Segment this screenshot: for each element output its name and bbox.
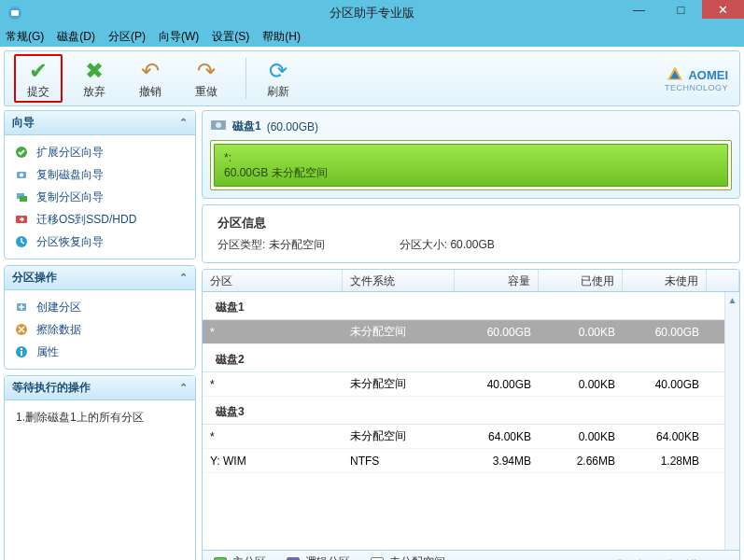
info-size-value: 60.00GB <box>450 238 494 251</box>
sidebar-item-copy-disk[interactable]: 复制磁盘向导 <box>8 163 191 186</box>
pending-operation-text: 1.删除磁盘1上的所有分区 <box>5 400 195 435</box>
sidebar-item-label: 复制磁盘向导 <box>36 167 104 183</box>
redo-label: 重做 <box>195 84 218 100</box>
sidebar-item-label: 分区恢复向导 <box>36 234 104 250</box>
disk-segment-unallocated[interactable]: *: 60.00GB 未分配空间 <box>214 144 728 187</box>
cell-filesystem: 未分配空间 <box>343 376 455 392</box>
cell-capacity: 60.00GB <box>455 326 539 339</box>
sidebar-item-extend-partition[interactable]: 扩展分区向导 <box>8 141 191 163</box>
sidebar-item-label: 属性 <box>36 344 59 360</box>
col-used[interactable]: 已使用 <box>539 270 623 291</box>
wipe-icon <box>14 322 29 337</box>
pending-panel: 等待执行的操作 ⌃ 1.删除磁盘1上的所有分区 <box>4 375 196 560</box>
ops-panel-title: 分区操作 <box>12 270 57 286</box>
sidebar-item-create-partition[interactable]: 创建分区 <box>8 296 191 318</box>
wizard-panel-header[interactable]: 向导 ⌃ <box>5 111 195 135</box>
discard-button[interactable]: ✖ 放弃 <box>70 54 119 103</box>
redo-icon: ↷ <box>197 58 216 84</box>
col-capacity[interactable]: 容量 <box>455 270 539 291</box>
menu-wizard[interactable]: 向导(W) <box>159 29 199 45</box>
menu-help[interactable]: 帮助(H) <box>262 29 301 45</box>
svg-point-6 <box>20 174 23 177</box>
table-row[interactable]: *未分配空间40.00GB0.00KB40.00GB <box>203 372 739 397</box>
recover-icon <box>14 234 29 249</box>
check-icon: ✔ <box>29 58 48 84</box>
legend-bar: 主分区 逻辑分区 未分配空间 jiaocheng.chazidian.com <box>203 550 739 560</box>
legend-logical-label: 逻辑分区 <box>305 554 350 560</box>
legend-unallocated: 未分配空间 <box>371 554 445 560</box>
content-area: 磁盘1 (60.00GB) *: 60.00GB 未分配空间 分区信息 分区类型… <box>202 110 740 560</box>
create-icon <box>14 300 29 315</box>
refresh-button[interactable]: ⟳ 刷新 <box>254 54 302 103</box>
svg-rect-1 <box>11 10 19 16</box>
table-row[interactable]: Y: WIMNTFS3.94MB2.66MB1.28MB <box>203 449 739 473</box>
cell-capacity: 3.94MB <box>455 455 539 468</box>
minimize-button[interactable]: — <box>618 0 660 19</box>
sidebar-item-copy-partition[interactable]: 复制分区向导 <box>8 186 191 208</box>
menubar: 常规(G) 磁盘(D) 分区(P) 向导(W) 设置(S) 帮助(H) <box>0 26 744 47</box>
grid-disk-group[interactable]: 磁盘1 <box>203 292 739 320</box>
cell-used: 2.66MB <box>539 455 623 468</box>
disk-bar[interactable]: *: 60.00GB 未分配空间 <box>210 140 732 190</box>
redo-button[interactable]: ↷ 重做 <box>182 54 231 103</box>
col-partition[interactable]: 分区 <box>203 270 343 291</box>
col-filesystem[interactable]: 文件系统 <box>343 270 455 291</box>
menu-partition[interactable]: 分区(P) <box>108 29 146 45</box>
grid-body[interactable]: 磁盘1*未分配空间60.00GB0.00KB60.00GB磁盘2*未分配空间40… <box>203 292 739 550</box>
menu-general[interactable]: 常规(G) <box>6 29 44 45</box>
grid-header: 分区 文件系统 容量 已使用 未使用 <box>203 270 739 292</box>
cell-partition: * <box>203 430 343 443</box>
grid-disk-group[interactable]: 磁盘2 <box>203 344 739 372</box>
disk-drive-icon <box>210 119 227 134</box>
cell-capacity: 64.00KB <box>455 430 539 443</box>
cell-filesystem: 未分配空间 <box>343 324 455 340</box>
sidebar-item-recover-partition[interactable]: 分区恢复向导 <box>8 231 191 253</box>
sidebar-item-properties[interactable]: 属性 <box>8 341 191 363</box>
svg-rect-8 <box>20 196 27 202</box>
titlebar: 分区助手专业版 — □ ✕ <box>0 0 744 26</box>
migrate-icon <box>14 212 29 227</box>
extend-icon <box>14 145 29 160</box>
ops-panel-header[interactable]: 分区操作 ⌃ <box>5 266 195 290</box>
segment-desc: 60.00GB 未分配空间 <box>224 165 718 180</box>
chevron-up-icon: ⌃ <box>179 117 188 129</box>
disk-name: 磁盘1 <box>232 119 261 134</box>
svg-rect-14 <box>21 351 22 356</box>
table-row[interactable]: *未分配空间60.00GB0.00KB60.00GB <box>203 320 739 344</box>
cell-filesystem: 未分配空间 <box>343 428 455 444</box>
close-button[interactable]: ✕ <box>702 0 744 19</box>
scrollbar[interactable]: ▲ <box>724 292 739 550</box>
partition-info-panel: 分区信息 分区类型: 未分配空间 分区大小: 60.00GB <box>202 204 740 263</box>
cell-free: 40.00GB <box>623 378 707 391</box>
sidebar-item-label: 扩展分区向导 <box>36 145 104 161</box>
sidebar-item-migrate-os[interactable]: 迁移OS到SSD/HDD <box>8 208 191 231</box>
cell-partition: * <box>203 326 343 339</box>
logo-sub: TECHNOLOGY <box>665 84 728 92</box>
menu-disk[interactable]: 磁盘(D) <box>57 29 95 45</box>
cell-capacity: 40.00GB <box>455 378 539 391</box>
menu-settings[interactable]: 设置(S) <box>212 29 249 45</box>
logo-name: AOMEI <box>688 68 728 80</box>
maximize-button[interactable]: □ <box>660 0 702 19</box>
sidebar-item-wipe-data[interactable]: 擦除数据 <box>8 318 191 341</box>
svg-point-17 <box>216 122 221 128</box>
pending-panel-header[interactable]: 等待执行的操作 ⌃ <box>5 376 195 400</box>
cell-used: 0.00KB <box>539 430 623 443</box>
disk-size: (60.00GB) <box>267 120 318 133</box>
undo-icon: ↶ <box>141 58 160 84</box>
scroll-up-icon[interactable]: ▲ <box>725 292 739 307</box>
table-row[interactable]: *未分配空间64.00KB0.00KB64.00KB <box>203 425 739 449</box>
grid-disk-group[interactable]: 磁盘3 <box>203 397 739 425</box>
legend-unallocated-label: 未分配空间 <box>389 554 445 560</box>
undo-button[interactable]: ↶ 撤销 <box>126 54 175 103</box>
legend-logical: 逻辑分区 <box>287 554 350 560</box>
commit-button[interactable]: ✔ 提交 <box>14 54 63 103</box>
window-title: 分区助手专业版 <box>330 5 414 21</box>
cell-partition: * <box>203 378 343 391</box>
wizard-panel: 向导 ⌃ 扩展分区向导 复制磁盘向导 复制分区向导 迁移OS到SSD/HDD 分… <box>4 110 196 259</box>
app-icon <box>6 4 24 22</box>
properties-icon <box>14 344 29 359</box>
legend-primary: 主分区 <box>214 554 266 560</box>
sidebar-item-label: 复制分区向导 <box>36 189 104 205</box>
col-free[interactable]: 未使用 <box>623 270 707 291</box>
